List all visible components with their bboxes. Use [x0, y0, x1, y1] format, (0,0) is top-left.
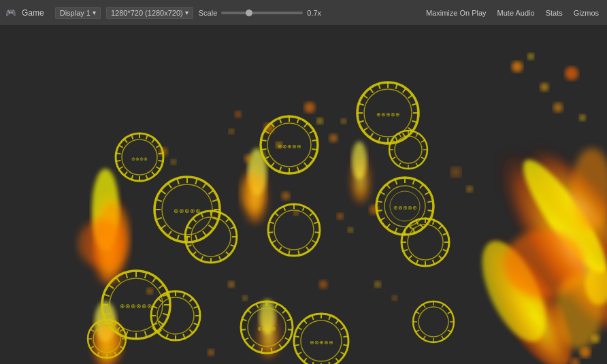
gizmos-button[interactable]: Gizmos [571, 7, 602, 18]
scale-slider-track[interactable] [221, 12, 303, 14]
svg-text:⊕⊗⊕⊗⊕: ⊕⊗⊕⊗⊕ [278, 144, 301, 150]
svg-point-46 [591, 335, 600, 343]
svg-line-126 [312, 140, 317, 141]
svg-point-36 [337, 213, 344, 220]
svg-point-40 [242, 295, 248, 301]
svg-line-150 [298, 250, 299, 255]
svg-point-24 [352, 142, 367, 180]
scale-value: 0.7x [307, 9, 321, 17]
svg-point-13 [527, 53, 534, 60]
svg-text:⊕⊗⊕⊗⊕: ⊕⊗⊕⊗⊕ [310, 340, 333, 346]
svg-line-65 [159, 161, 163, 161]
game-tab-icon: 🎮 [5, 7, 16, 18]
svg-point-32 [235, 111, 242, 118]
svg-point-29 [316, 118, 323, 125]
svg-point-44 [392, 295, 397, 301]
svg-line-315 [343, 345, 348, 346]
svg-point-15 [579, 114, 586, 121]
svg-point-51 [451, 167, 461, 177]
svg-line-154 [268, 232, 273, 233]
svg-point-50 [146, 288, 153, 295]
svg-line-136 [261, 140, 267, 141]
svg-point-45 [580, 347, 591, 358]
game-viewport: ⊕⊗⊕⊗ [0, 26, 607, 364]
svg-point-27 [244, 154, 252, 163]
svg-line-300 [261, 348, 262, 352]
svg-line-74 [116, 153, 121, 154]
svg-line-212 [377, 201, 382, 202]
svg-line-299 [271, 348, 272, 352]
svg-point-37 [348, 227, 353, 233]
svg-line-203 [427, 210, 433, 211]
svg-line-202 [427, 201, 433, 202]
svg-point-34 [282, 192, 290, 200]
scale-slider-thumb[interactable] [246, 10, 252, 16]
svg-text:⊕⊗⊕⊗⊕: ⊕⊗⊕⊗⊕ [393, 205, 417, 211]
svg-point-12 [565, 67, 578, 80]
svg-point-22 [241, 173, 265, 212]
scale-label: Scale [199, 9, 218, 17]
svg-point-11 [540, 83, 548, 91]
maximize-on-play-button[interactable]: Maximize On Play [423, 7, 489, 18]
svg-text:⊕⊗⊕⊗: ⊕⊗⊕⊗ [257, 326, 276, 332]
top-bar: 🎮 Game Display 1 1280*720 (1280x720) Sca… [0, 0, 607, 26]
svg-point-28 [304, 102, 315, 113]
resolution-dropdown[interactable]: 1280*720 (1280x720) [106, 7, 193, 19]
svg-text:⊕⊗⊕⊗⊕: ⊕⊗⊕⊗⊕ [174, 208, 201, 214]
svg-text:⊕⊗⊕⊗⊕: ⊕⊗⊕⊗⊕ [376, 112, 400, 118]
svg-line-151 [289, 250, 289, 255]
svg-point-30 [329, 134, 338, 142]
svg-line-73 [116, 161, 121, 161]
svg-line-211 [377, 210, 382, 211]
svg-text:⊕⊗⊕⊗: ⊕⊗⊕⊗ [131, 156, 148, 162]
svg-point-31 [341, 118, 346, 124]
svg-line-127 [312, 149, 317, 150]
rune-ring-8: ⊕⊗⊕⊗⊕ [376, 178, 433, 235]
mute-audio-button[interactable]: Mute Audio [495, 7, 538, 18]
game-canvas: ⊕⊗⊕⊗ [0, 26, 607, 364]
display-dropdown[interactable]: Display 1 [55, 7, 101, 19]
svg-line-147 [315, 232, 320, 233]
svg-point-39 [228, 281, 235, 288]
svg-line-323 [295, 345, 299, 346]
svg-point-14 [553, 103, 563, 112]
svg-point-19 [78, 220, 126, 267]
svg-point-43 [374, 281, 381, 288]
svg-point-33 [229, 129, 234, 134]
svg-point-41 [319, 280, 327, 288]
svg-point-10 [512, 61, 523, 72]
svg-line-314 [343, 336, 348, 337]
svg-point-42 [208, 349, 214, 356]
svg-line-296 [288, 329, 293, 330]
svg-line-324 [295, 336, 299, 337]
stats-button[interactable]: Stats [543, 7, 565, 18]
svg-line-64 [159, 153, 163, 154]
svg-text:⊕⊗⊕⊗⊕⊗: ⊕⊗⊕⊗⊕⊗ [120, 303, 152, 310]
svg-point-52 [466, 186, 473, 193]
svg-line-135 [261, 149, 267, 150]
svg-line-303 [241, 329, 246, 330]
svg-point-49 [171, 159, 176, 165]
display-selector[interactable]: Display 1 [55, 7, 101, 19]
resolution-selector[interactable]: 1280*720 (1280x720) [106, 7, 193, 19]
game-tab-label: Game [22, 8, 44, 18]
scale-section: Scale 0.7x [199, 9, 321, 17]
